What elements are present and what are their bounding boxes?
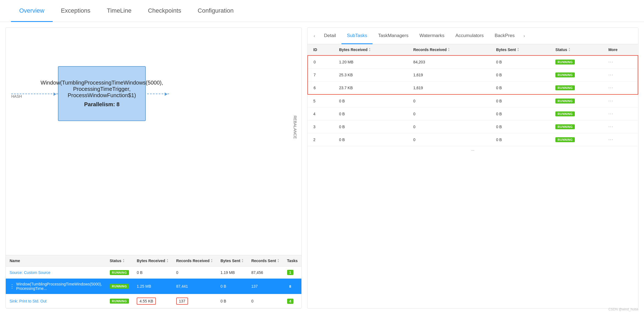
col-name: Name	[6, 255, 106, 267]
records-sent-sort-icon[interactable]: ▲▼	[277, 259, 279, 263]
st-col-id: ID	[308, 44, 334, 55]
bottom-status: RUNNING	[106, 294, 133, 308]
bottom-records-sent: 137	[247, 279, 283, 294]
bottom-bytes-received: 4.55 KB	[133, 294, 172, 308]
st-more[interactable]: ···	[603, 82, 638, 95]
tab-checkpoints[interactable]: Checkpoints	[140, 0, 189, 22]
bottom-tasks: 1	[283, 267, 302, 279]
col-status: Status ▲▼	[106, 255, 133, 267]
st-bytes-sent: 0 B	[491, 133, 550, 146]
bottom-name[interactable]: Source: Custom Source	[6, 267, 106, 279]
sub-tab-prev[interactable]: ‹	[310, 32, 318, 40]
sub-tab-backpres[interactable]: BackPres	[489, 28, 520, 44]
bottom-bytes-sent: 0 B	[217, 294, 247, 308]
st-bytes-received-sort[interactable]: ▲▼	[369, 47, 371, 52]
st-more[interactable]: ···	[603, 108, 638, 120]
st-id: 6	[308, 82, 334, 95]
top-nav: Overview Exceptions TimeLine Checkpoints…	[0, 0, 644, 22]
sub-tab-subtasks[interactable]: SubTasks	[341, 28, 373, 44]
tab-overview[interactable]: Overview	[11, 0, 53, 22]
st-id: 7	[308, 69, 334, 82]
sub-tab-watermarks[interactable]: Watermarks	[414, 28, 450, 44]
bottom-records-received: 137	[172, 294, 217, 308]
sub-tabs: ‹ Detail SubTasks TaskManagers Watermark…	[307, 28, 638, 44]
status-sort-icon[interactable]: ▲▼	[122, 259, 125, 263]
st-bytes-sent: 0 B	[491, 69, 550, 82]
main-content: HASH Window(TumblingProcessingTimeWindow…	[0, 22, 644, 314]
bottom-bytes-received: 1.25 MB	[133, 279, 172, 294]
st-records-received: 0	[408, 94, 491, 108]
bottom-records-received: 87,441	[172, 279, 217, 294]
col-tasks: Tasks	[283, 255, 302, 267]
st-status: RUNNING	[550, 133, 603, 146]
st-bytes-sent: 0 B	[491, 108, 550, 120]
st-id: 2	[308, 133, 334, 146]
node-title: Window(TumblingProcessingTimeWindows(500…	[41, 80, 163, 99]
bytes-received-sort-icon[interactable]: ▲▼	[166, 259, 169, 263]
bottom-table: Name Status ▲▼ Bytes Received ▲▼	[6, 255, 301, 308]
bottom-bytes-sent: 1.19 MB	[217, 267, 247, 279]
left-panel: HASH Window(TumblingProcessingTimeWindow…	[5, 27, 302, 309]
st-more[interactable]: ···	[603, 69, 638, 82]
st-col-bytes-received: Bytes Received ▲▼	[334, 44, 408, 55]
st-bytes-received: 23.7 KB	[334, 82, 408, 95]
bottom-name[interactable]: Sink: Print to Std. Out	[6, 294, 106, 308]
node-box[interactable]: Window(TumblingProcessingTimeWindows(500…	[58, 66, 146, 121]
sub-tab-next[interactable]: ›	[520, 32, 528, 40]
st-status: RUNNING	[550, 82, 603, 95]
st-col-bytes-sent: Bytes Sent ▲▼	[491, 44, 550, 55]
sub-tab-detail[interactable]: Detail	[318, 28, 341, 44]
st-more[interactable]: ···	[603, 120, 638, 133]
bottom-bytes-sent: 0 B	[217, 279, 247, 294]
st-status: RUNNING	[550, 108, 603, 120]
st-bytes-received: 25.3 KB	[334, 69, 408, 82]
st-bytes-received: 0 B	[334, 108, 408, 120]
st-more[interactable]: ···	[603, 55, 638, 69]
bottom-status: RUNNING	[106, 267, 133, 279]
graph-area: HASH Window(TumblingProcessingTimeWindow…	[6, 28, 301, 255]
bottom-records-sent: 0	[247, 294, 283, 308]
st-more[interactable]: ···	[603, 94, 638, 108]
st-id: 0	[308, 55, 334, 69]
sub-tab-accumulators[interactable]: Accumulators	[450, 28, 489, 44]
st-bytes-sent: 0 B	[491, 82, 550, 95]
tab-timeline[interactable]: TimeLine	[99, 0, 140, 22]
st-bytes-sent-sort[interactable]: ▲▼	[517, 47, 519, 52]
st-col-records-received: Records Received ▲▼	[408, 44, 491, 55]
subtasks-table: ID Bytes Received ▲▼ Records Received ▲▼	[307, 44, 638, 308]
st-id: 4	[308, 108, 334, 120]
bottom-status: RUNNING	[106, 279, 133, 294]
col-bytes-sent: Bytes Sent ▲▼	[217, 255, 247, 267]
watermark: CSDN @wind_huise	[608, 307, 639, 311]
bottom-name[interactable]: ⋮Window(TumblingProcessingTimeWindows(50…	[6, 279, 106, 294]
records-received-sort-icon[interactable]: ▲▼	[211, 259, 213, 263]
st-status: RUNNING	[550, 120, 603, 133]
st-bytes-sent: 0 B	[491, 120, 550, 133]
st-bytes-received: 1.20 MB	[334, 55, 408, 69]
tab-exceptions[interactable]: Exceptions	[53, 0, 99, 22]
st-status-sort[interactable]: ▲▼	[568, 47, 570, 52]
st-records-received: 0	[408, 108, 491, 120]
bottom-tasks: 4	[283, 294, 302, 308]
sub-tab-taskmanagers[interactable]: TaskManagers	[373, 28, 414, 44]
bottom-tasks: 8	[283, 279, 302, 294]
col-bytes-received: Bytes Received ▲▼	[133, 255, 172, 267]
st-id: 3	[308, 120, 334, 133]
st-bytes-received: 0 B	[334, 133, 408, 146]
st-id: 5	[308, 94, 334, 108]
st-records-received: 1,619	[408, 82, 491, 95]
rebalance-arrow	[147, 94, 169, 94]
bytes-sent-sort-icon[interactable]: ▲▼	[241, 259, 243, 263]
st-more[interactable]: ···	[603, 133, 638, 146]
st-records-received-sort[interactable]: ▲▼	[448, 47, 450, 52]
rebalance-label: REBALANCE	[293, 116, 297, 139]
st-bytes-sent: 0 B	[491, 55, 550, 69]
tab-configuration[interactable]: Configuration	[189, 0, 242, 22]
hash-label: HASH	[11, 94, 22, 99]
right-panel: ‹ Detail SubTasks TaskManagers Watermark…	[307, 27, 639, 309]
st-status: RUNNING	[550, 69, 603, 82]
st-col-more: More	[603, 44, 638, 55]
st-bytes-received: 0 B	[334, 94, 408, 108]
node-parallelism: Parallelism: 8	[84, 101, 120, 108]
st-bytes-sent: 0 B	[491, 94, 550, 108]
